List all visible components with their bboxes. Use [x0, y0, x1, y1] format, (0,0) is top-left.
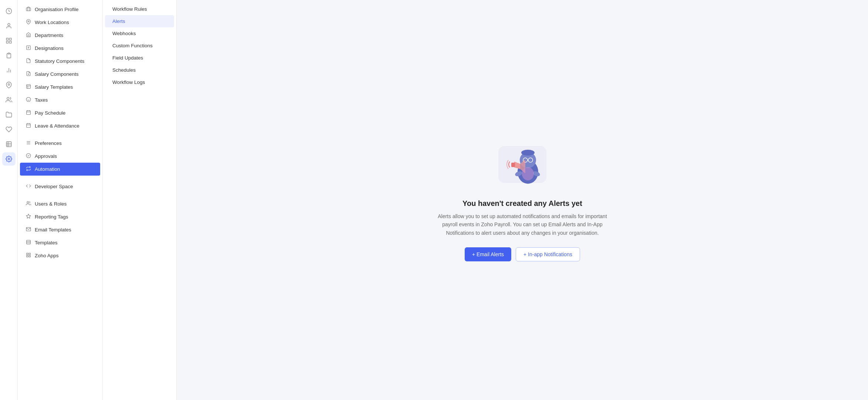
in-app-notifications-button[interactable]: + In-app Notifications	[516, 247, 580, 261]
nav-label: Salary Templates	[35, 84, 73, 90]
salary-components-icon	[26, 71, 31, 77]
svg-rect-17	[26, 8, 31, 11]
svg-rect-22	[27, 85, 31, 89]
sub-nav-label: Webhooks	[112, 31, 136, 36]
svg-rect-12	[6, 142, 11, 147]
chart-nav-icon[interactable]	[2, 64, 16, 77]
sub-nav-label: Field Updates	[112, 55, 143, 61]
svg-point-16	[8, 158, 10, 160]
nav-item-statutory-components[interactable]: Statutory Components	[20, 55, 100, 68]
svg-point-55	[521, 150, 535, 156]
svg-rect-42	[27, 240, 31, 244]
empty-state-description: Alerts allow you to set up automated not…	[430, 212, 615, 237]
svg-rect-28	[27, 111, 31, 115]
designations-icon	[26, 45, 31, 51]
nav-label: Users & Roles	[35, 201, 67, 207]
nav-item-departments[interactable]: Departments	[20, 29, 100, 42]
nav-item-approvals[interactable]: Approvals	[20, 150, 100, 163]
svg-rect-32	[27, 123, 31, 128]
nav-label: Email Templates	[35, 227, 71, 233]
sub-nav-custom-functions[interactable]: Custom Functions	[105, 40, 174, 52]
sub-nav-label: Schedules	[112, 67, 136, 73]
location-nav-icon[interactable]	[2, 78, 16, 92]
svg-point-11	[7, 97, 9, 99]
nav-item-users-roles[interactable]: Users & Roles	[20, 197, 100, 210]
nav-item-leave-attendance[interactable]: Leave & Attendance	[20, 119, 100, 132]
svg-rect-45	[27, 253, 28, 255]
sub-nav-alerts[interactable]: Alerts	[105, 15, 174, 27]
clock-nav-icon[interactable]	[2, 4, 16, 18]
statutory-components-icon	[26, 58, 31, 64]
sub-nav-label: Workflow Logs	[112, 79, 145, 85]
taxes-icon	[26, 97, 31, 103]
reporting-tags-icon	[26, 214, 31, 220]
settings-nav-icon[interactable]	[2, 152, 16, 166]
nav-label: Organisation Profile	[35, 7, 79, 12]
svg-rect-3	[9, 38, 11, 40]
templates-icon	[26, 240, 31, 246]
nav-item-designations[interactable]: Designations	[20, 42, 100, 55]
nav-item-taxes[interactable]: Taxes	[20, 94, 100, 106]
pay-schedule-icon	[26, 110, 31, 116]
nav-item-developer-space[interactable]: Developer Space	[20, 180, 100, 193]
table-nav-icon[interactable]	[2, 138, 16, 151]
developer-space-icon	[26, 183, 31, 190]
nav-label: Reporting Tags	[35, 214, 68, 220]
sub-nav-panel: Workflow Rules Alerts Webhooks Custom Fu…	[103, 0, 177, 400]
nav-label: Taxes	[35, 97, 48, 103]
nav-label: Designations	[35, 45, 64, 51]
empty-state: You haven't created any Alerts yet Alert…	[430, 139, 615, 261]
nav-item-pay-schedule[interactable]: Pay Schedule	[20, 106, 100, 119]
nav-item-automation[interactable]: Automation	[20, 163, 100, 176]
folder-nav-icon[interactable]	[2, 108, 16, 121]
person-nav-icon[interactable]	[2, 19, 16, 33]
preferences-icon	[26, 140, 31, 146]
users-nav-icon[interactable]	[2, 93, 16, 106]
nav-item-salary-components[interactable]: Salary Components	[20, 68, 100, 81]
work-locations-icon	[26, 19, 31, 26]
sub-nav-field-updates[interactable]: Field Updates	[105, 52, 174, 64]
svg-point-61	[522, 167, 534, 180]
nav-item-reporting-tags[interactable]: Reporting Tags	[20, 210, 100, 223]
nav-item-work-locations[interactable]: Work Locations	[20, 16, 100, 29]
users-roles-icon	[26, 201, 31, 207]
nav-label: Automation	[35, 166, 60, 172]
sub-nav-webhooks[interactable]: Webhooks	[105, 27, 174, 40]
sub-nav-workflow-logs[interactable]: Workflow Logs	[105, 76, 174, 88]
grid-nav-icon[interactable]	[2, 34, 16, 47]
svg-rect-4	[6, 41, 8, 43]
svg-point-10	[8, 84, 10, 85]
nav-item-org-profile[interactable]: Organisation Profile	[20, 3, 100, 16]
sub-nav-schedules[interactable]: Schedules	[105, 64, 174, 76]
nav-item-salary-templates[interactable]: Salary Templates	[20, 81, 100, 94]
empty-illustration	[489, 139, 556, 190]
org-profile-icon	[26, 6, 31, 13]
nav-label: Salary Components	[35, 71, 79, 77]
svg-point-25	[26, 97, 31, 102]
svg-rect-57	[511, 163, 515, 167]
sub-nav-label: Alerts	[112, 18, 125, 24]
approvals-icon	[26, 153, 31, 159]
nav-label: Developer Space	[35, 184, 73, 189]
nav-label: Pay Schedule	[35, 110, 65, 116]
nav-label: Templates	[35, 240, 58, 245]
nav-label: Leave & Attendance	[35, 123, 79, 129]
nav-label: Preferences	[35, 140, 62, 146]
nav-panel: Organisation Profile Work Locations Depa…	[18, 0, 103, 400]
nav-item-email-templates[interactable]: Email Templates	[20, 223, 100, 236]
nav-item-preferences[interactable]: Preferences	[20, 137, 100, 150]
clipboard-nav-icon[interactable]	[2, 49, 16, 62]
leave-attendance-icon	[26, 123, 31, 129]
svg-marker-41	[26, 214, 31, 218]
svg-rect-46	[29, 253, 30, 255]
nav-label: Approvals	[35, 153, 57, 159]
svg-point-18	[28, 21, 29, 22]
email-alerts-button[interactable]: + Email Alerts	[465, 247, 511, 261]
nav-item-zoho-apps[interactable]: Zoho Apps	[20, 249, 100, 262]
sub-nav-workflow-rules[interactable]: Workflow Rules	[105, 3, 174, 15]
salary-templates-icon	[26, 84, 31, 90]
svg-point-1	[8, 23, 10, 26]
sub-nav-label: Custom Functions	[112, 43, 153, 48]
nav-item-templates[interactable]: Templates	[20, 236, 100, 249]
heart-nav-icon[interactable]	[2, 123, 16, 136]
